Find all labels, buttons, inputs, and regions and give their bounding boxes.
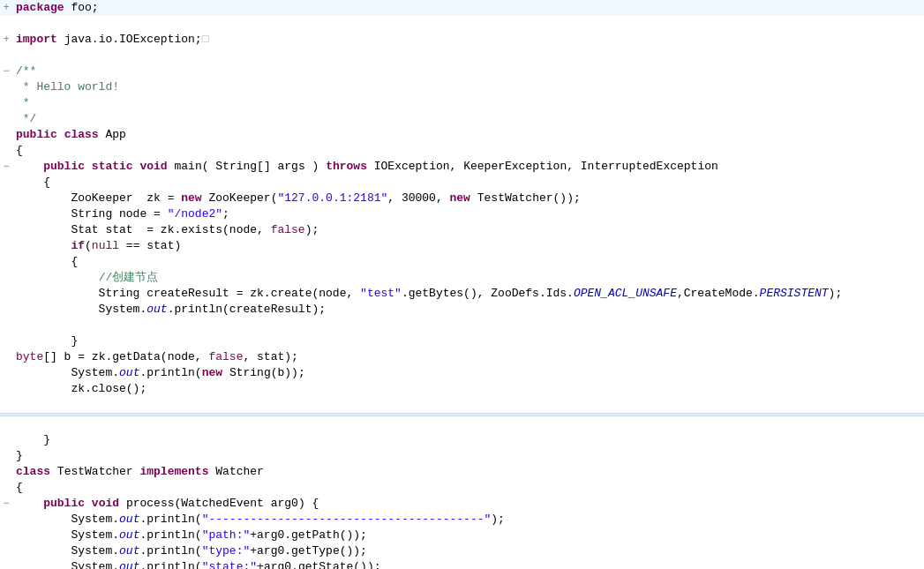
fold-gutter-1[interactable]: + — [0, 0, 12, 16]
line-text-19: String createResult = zk.create(node, "t… — [12, 286, 924, 302]
line-4 — [0, 48, 924, 64]
line-text-7: * — [12, 95, 924, 111]
line-27 — [0, 416, 924, 432]
line-text-20: System.out.println(createResult); — [12, 302, 924, 318]
line-1: + package foo; — [0, 0, 924, 16]
line-text-14: String node = "/node2"; — [12, 206, 924, 222]
line-29: } — [0, 448, 924, 464]
line-text-28: } — [12, 432, 924, 448]
line-text-32: public void process(WatchedEvent arg0) { — [12, 496, 924, 512]
line-20: System.out.println(createResult); — [0, 302, 924, 318]
line-5: − /** — [0, 64, 924, 79]
line-text-18: //创建节点 — [12, 270, 924, 286]
line-9: public class App — [0, 127, 924, 143]
line-18: //创建节点 — [0, 270, 924, 286]
line-text-24: System.out.println(new String(b)); — [12, 365, 924, 381]
line-23: byte[] b = zk.getData(node, false, stat)… — [0, 349, 924, 365]
line-text-13: ZooKeeper zk = new ZooKeeper("127.0.0.1:… — [12, 191, 924, 206]
line-13: ZooKeeper zk = new ZooKeeper("127.0.0.1:… — [0, 191, 924, 206]
line-text-22: } — [12, 333, 924, 349]
line-35: System.out.println("type:"+arg0.getType(… — [0, 543, 924, 559]
line-text-35: System.out.println("type:"+arg0.getType(… — [12, 543, 924, 559]
line-19: String createResult = zk.create(node, "t… — [0, 286, 924, 302]
line-32: − public void process(WatchedEvent arg0)… — [0, 496, 924, 512]
line-12: { — [0, 175, 924, 191]
line-24: System.out.println(new String(b)); — [0, 365, 924, 381]
fold-gutter-11[interactable]: − — [0, 159, 12, 175]
line-33: System.out.println("--------------------… — [0, 512, 924, 528]
line-36: System.out.println("state:"+arg0.getStat… — [0, 559, 924, 569]
line-7: * — [0, 95, 924, 111]
line-text-17: { — [12, 254, 924, 270]
line-6: * Hello world! — [0, 79, 924, 95]
line-16: if(null == stat) — [0, 238, 924, 254]
line-31: { — [0, 480, 924, 496]
line-3: + import java.io.IOException;□ — [0, 32, 924, 48]
line-28: } — [0, 432, 924, 448]
line-25: zk.close(); — [0, 381, 924, 397]
line-15: Stat stat = zk.exists(node, false); — [0, 222, 924, 238]
line-text-31: { — [12, 480, 924, 496]
line-text-34: System.out.println("path:"+arg0.getPath(… — [12, 528, 924, 543]
line-text-10: { — [12, 143, 924, 159]
line-text-3: import java.io.IOException;□ — [12, 32, 924, 48]
code-editor[interactable]: + package foo; + import java.io.IOExcept… — [0, 0, 924, 569]
line-10: { — [0, 143, 924, 159]
line-2 — [0, 16, 924, 32]
code-content: + package foo; + import java.io.IOExcept… — [0, 0, 924, 569]
line-text-33: System.out.println("--------------------… — [12, 512, 924, 528]
line-11: − public static void main( String[] args… — [0, 159, 924, 175]
line-17: { — [0, 254, 924, 270]
line-text-36: System.out.println("state:"+arg0.getStat… — [12, 559, 924, 569]
line-text-23: byte[] b = zk.getData(node, false, stat)… — [12, 349, 924, 365]
line-26 — [0, 397, 924, 413]
line-14: String node = "/node2"; — [0, 206, 924, 222]
line-text-12: { — [12, 175, 924, 191]
line-22: } — [0, 333, 924, 349]
line-text-30: class TestWatcher implements Watcher — [12, 464, 924, 480]
line-8: */ — [0, 111, 924, 127]
line-text-11: public static void main( String[] args )… — [12, 159, 924, 175]
line-text-8: */ — [12, 111, 924, 127]
line-text-25: zk.close(); — [12, 381, 924, 397]
line-text-9: public class App — [12, 127, 924, 143]
line-34: System.out.println("path:"+arg0.getPath(… — [0, 528, 924, 543]
line-text-5: /** — [12, 64, 924, 79]
line-text-6: * Hello world! — [12, 79, 924, 95]
fold-gutter-3[interactable]: + — [0, 32, 12, 48]
line-text-15: Stat stat = zk.exists(node, false); — [12, 222, 924, 238]
fold-gutter-32[interactable]: − — [0, 496, 12, 512]
line-30: class TestWatcher implements Watcher — [0, 464, 924, 480]
fold-gutter-5[interactable]: − — [0, 64, 12, 79]
line-text-1: package foo; — [12, 0, 924, 16]
line-21 — [0, 318, 924, 333]
line-text-16: if(null == stat) — [12, 238, 924, 254]
line-text-29: } — [12, 448, 924, 464]
